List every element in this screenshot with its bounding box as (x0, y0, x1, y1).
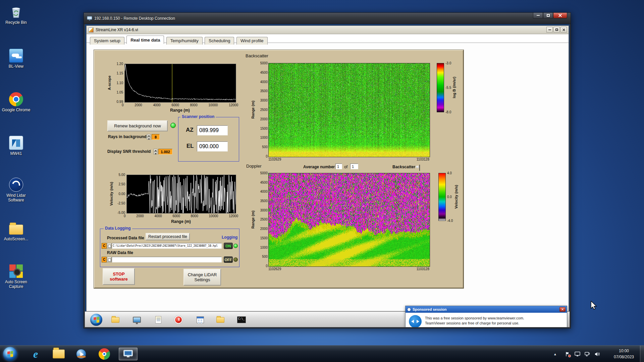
teamviewer-close-button[interactable] (559, 307, 566, 312)
taskbar-chrome-icon[interactable] (98, 348, 111, 360)
stop-software-line2: software (110, 277, 127, 282)
desktop-icon-mw41[interactable]: MW41 (0, 135, 32, 156)
tick-label: 5.00 (119, 173, 125, 177)
remote-taskbar-app-window-icon[interactable] (195, 314, 206, 325)
close-button[interactable] (560, 27, 567, 33)
processed-browse-icon[interactable] (107, 243, 111, 249)
desktop-icon-autoscreen[interactable]: AutoScreen... (0, 221, 32, 242)
tick-label: 6000 (172, 214, 180, 218)
taskbar-explorer-icon[interactable] (52, 348, 65, 360)
labview-titlebar[interactable]: StreamLine XR v14-6.vi (87, 26, 569, 34)
processed-path-field[interactable]: C:\Lidar\Data\Proc\2023\202308\20230807\… (112, 243, 222, 249)
ascope-ylabel: A-scope (107, 75, 111, 90)
minimize-button[interactable] (533, 13, 543, 18)
raw-drive-box[interactable]: C (102, 257, 107, 262)
tick-label: 2000 (136, 214, 144, 218)
change-lidar-line2: Settings (195, 277, 210, 282)
desktop-icon-label: AutoScreen... (0, 237, 32, 242)
clock[interactable]: 10:00 07/08/2023 (608, 348, 640, 360)
ascope-yticks: 1.201.151.101.050.99 (112, 62, 123, 104)
stop-software-button[interactable]: STOP software (103, 268, 135, 285)
tick-label: 10000 (209, 214, 218, 218)
doppler-canvas (268, 173, 430, 267)
remote-taskbar-folder-icon[interactable] (215, 314, 226, 325)
raw-browse-icon[interactable] (107, 257, 111, 262)
mouse-cursor (590, 301, 598, 311)
tray-display-icon[interactable] (574, 346, 581, 362)
rdp-titlebar[interactable]: 192.168.0.150 - Remote Desktop Connectio… (84, 13, 571, 24)
backscatter-ylabel: Range (m) (251, 101, 255, 119)
close-button[interactable] (553, 13, 567, 18)
labview-window: StreamLine XR v14-6.vi System setup Real… (86, 25, 569, 311)
windows-flag-icon (7, 351, 13, 357)
tray-action-center-icon[interactable] (564, 346, 571, 362)
tray-network-icon[interactable] (584, 346, 591, 362)
ascope-xticks: 020004000600080001000012000 (122, 103, 238, 107)
tab-real-time-data[interactable]: Real time data (126, 36, 164, 44)
tick-label: 1.10 (117, 81, 123, 85)
desktop-icon-recycle-bin[interactable]: Recycle Bin (0, 4, 32, 25)
tick-label: 12000 (229, 103, 238, 107)
taskbar-rdp-icon[interactable] (119, 348, 138, 360)
renew-background-led[interactable] (170, 123, 176, 128)
remote-taskbar-document-icon[interactable] (153, 314, 164, 325)
average-number-value[interactable]: 1 (335, 164, 342, 169)
tab-strip: System setup Real time data Temp/humidit… (87, 34, 569, 43)
minimize-button[interactable] (546, 27, 553, 33)
desktop-icon-auto-screen-capture[interactable]: Auto Screen Capture (0, 263, 32, 289)
remote-start-button[interactable] (90, 314, 102, 326)
renew-background-button[interactable]: Renew background now (107, 120, 168, 131)
average-count-value[interactable]: 1 (350, 164, 358, 169)
restart-processed-file-button[interactable]: Restart processed file (146, 233, 190, 240)
tick-label: 3500 (260, 199, 268, 203)
backscatter-xlabels: 11026291103128 (268, 158, 429, 161)
remote-taskbar-power-icon[interactable] (173, 314, 184, 325)
tray-volume-icon[interactable] (593, 346, 601, 362)
rays-stepper[interactable] (147, 134, 151, 140)
backscatter-toggle[interactable] (419, 165, 420, 171)
backscatter-colorbar (437, 63, 444, 112)
snr-stepper[interactable] (154, 149, 157, 155)
tab-wind-profile[interactable]: Wind profile (236, 37, 268, 45)
tick-label: 5000 (260, 61, 268, 65)
start-button[interactable] (3, 347, 17, 361)
az-value[interactable]: 089.999 (197, 125, 228, 135)
desktop-icon-wind-lidar[interactable]: Wind Lidar Software (0, 177, 32, 203)
folder-icon (8, 221, 24, 236)
processed-logging-toggle[interactable]: ON (224, 243, 233, 249)
snr-value[interactable]: 1.002 (158, 149, 172, 155)
desktop-icon-bl-view[interactable]: BL-View (0, 48, 32, 69)
processed-drive-box[interactable]: C (102, 243, 107, 249)
maximize-button[interactable] (543, 13, 553, 18)
raw-logging-toggle[interactable]: OFF (224, 256, 233, 263)
el-value[interactable]: 090.000 (197, 141, 228, 152)
change-lidar-settings-button[interactable]: Change LiDAR Settings (183, 269, 221, 286)
tick-label: 1000 (260, 136, 268, 139)
tray-chevron[interactable]: ▲ (553, 346, 557, 362)
raw-path-field[interactable] (112, 257, 222, 262)
processed-data-file-label: Processed Data file (107, 236, 144, 240)
backscatter-canvas (268, 63, 430, 157)
data-logging-group: Data Logging Processed Data file Restart… (100, 229, 239, 267)
maximize-icon (555, 28, 558, 31)
labview-window-title: StreamLine XR v14-6.vi (96, 27, 138, 32)
taskbar-media-player-icon[interactable] (74, 348, 88, 360)
teamviewer-titlebar[interactable]: Sponsored session (406, 306, 567, 313)
remote-taskbar-explorer-icon[interactable] (110, 314, 121, 325)
tab-system-setup[interactable]: System setup (90, 37, 124, 45)
backscatter-colorbar-label: log B (/m/sr) (452, 77, 456, 98)
velocity-canvas (126, 175, 236, 214)
tab-scheduling[interactable]: Scheduling (205, 37, 234, 45)
rays-value[interactable]: 8 (152, 134, 160, 140)
show-desktop-button[interactable] (640, 346, 644, 362)
remote-taskbar-cmd-icon[interactable]: C:\_ (236, 314, 247, 325)
taskbar-internet-explorer-icon[interactable]: e (29, 348, 42, 360)
remote-taskbar-display-icon[interactable] (131, 314, 143, 325)
raw-logging-led (233, 257, 238, 262)
maximize-button[interactable] (553, 27, 560, 33)
maximize-icon (547, 14, 550, 17)
doppler-ylabel: Range (m) (251, 210, 255, 229)
desktop-icon-label: Recycle Bin (0, 20, 32, 25)
tab-temp-humidity[interactable]: Temp/humidity (166, 37, 203, 45)
desktop-icon-google-chrome[interactable]: Google Chrome (0, 92, 32, 113)
